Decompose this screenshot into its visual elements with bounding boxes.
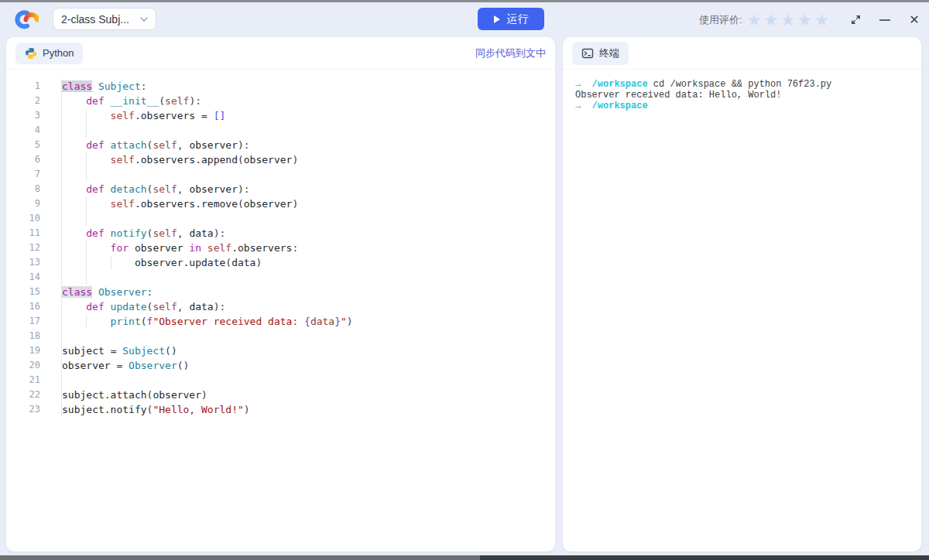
code-text: for observer in self.observers: [61,241,298,255]
line-number: 21 [12,373,40,388]
code-line[interactable]: 14 [12,270,549,285]
code-line[interactable]: 6 self.observers.append(observer) [12,152,549,167]
code-text: subject = Subject() [61,343,177,358]
code-text: observer = Observer() [61,358,189,373]
minimize-button[interactable] [878,13,892,27]
code-text: def attach(self, observer): [61,138,250,152]
code-line[interactable]: 4 [12,123,549,138]
line-number: 15 [12,285,40,299]
document-selector-dropdown[interactable]: 2-class Subj... [53,8,156,30]
rating-label: 使用评价: [699,13,742,27]
code-line[interactable]: 16 def update(self, data): [12,299,549,314]
star-icon[interactable]: ★ [814,12,829,28]
line-number: 18 [12,329,40,343]
code-text: subject.notify("Hello, World!") [61,402,250,417]
run-button[interactable]: 运行 [478,8,544,30]
code-line[interactable]: 20observer = Observer() [12,358,549,373]
line-number: 7 [12,167,40,182]
terminal-line: Observer received data: Hello, World! [575,90,909,101]
editor-panel-header: Python 同步代码到文中 [6,37,555,70]
window-bottom-border [0,555,929,560]
tab-terminal[interactable]: 终端 [572,42,629,65]
code-text: subject.attach(observer) [61,388,207,402]
close-icon: ✕ [909,14,919,26]
app-logo-icon [11,8,39,34]
code-line[interactable]: 11 def notify(self, data): [12,226,549,241]
line-number: 3 [12,108,40,123]
code-line[interactable]: 23subject.notify("Hello, World!") [12,402,549,417]
code-line[interactable]: 12 for observer in self.observers: [12,241,549,255]
line-number: 6 [12,152,40,167]
star-icon[interactable]: ★ [797,12,812,28]
expand-icon[interactable] [848,13,862,27]
line-number: 10 [12,211,40,226]
line-number: 1 [12,79,40,94]
line-number: 8 [12,182,40,196]
code-text [61,211,111,226]
window-controls: ✕ [848,2,921,37]
line-number: 2 [12,94,40,108]
run-button-label: 运行 [507,12,529,26]
code-line[interactable]: 1class Subject: [12,79,549,94]
line-number: 13 [12,255,40,270]
code-line[interactable]: 13 observer.update(data) [12,255,549,270]
sync-code-link[interactable]: 同步代码到文中 [475,46,546,60]
app-header: 2-class Subj... 运行 使用评价: ★★★★★ ✕ [0,2,929,37]
code-text [61,373,62,388]
terminal-icon [581,47,594,60]
usage-rating: 使用评价: ★★★★★ [699,2,829,37]
code-text: self.observers = [] [61,108,225,123]
code-line[interactable]: 9 self.observers.remove(observer) [12,196,549,211]
star-icon[interactable]: ★ [780,12,795,28]
line-number: 23 [12,402,40,417]
close-button[interactable]: ✕ [907,13,921,27]
code-text: class Subject: [61,79,147,94]
code-text: def detach(self, observer): [61,182,250,196]
code-editor-panel: Python 同步代码到文中 1class Subject:2 def __in… [6,37,555,551]
terminal-output[interactable]: → /workspace cd /workspace && python 76f… [563,70,921,121]
star-icon[interactable]: ★ [747,12,762,28]
line-number: 22 [12,388,40,402]
code-text: observer.update(data) [61,255,262,270]
code-text: self.observers.remove(observer) [61,196,298,211]
code-text [61,329,62,343]
minimize-icon [879,19,890,21]
tab-python[interactable]: Python [15,43,83,64]
line-number: 4 [12,123,40,138]
line-number: 19 [12,343,40,358]
code-line[interactable]: 2 def __init__(self): [12,94,549,108]
line-number: 9 [12,196,40,211]
code-line[interactable]: 17 print(f"Observer received data: {data… [12,314,549,329]
document-selector-label: 2-class Subj... [61,13,129,26]
terminal-panel: 终端 → /workspace cd /workspace && python … [563,37,921,551]
code-editor[interactable]: 1class Subject:2 def __init__(self):3 se… [6,70,555,417]
rating-stars: ★★★★★ [747,12,829,28]
code-text: def __init__(self): [61,94,201,108]
code-line[interactable]: 19subject = Subject() [12,343,549,358]
code-line[interactable]: 8 def detach(self, observer): [12,182,549,196]
code-text [61,167,111,182]
code-line[interactable]: 7 [12,167,549,182]
code-text: def notify(self, data): [61,226,225,241]
code-text: self.observers.append(observer) [61,152,298,167]
chevron-down-icon [140,17,148,22]
code-line[interactable]: 10 [12,211,549,226]
code-line[interactable]: 5 def attach(self, observer): [12,138,549,152]
terminal-panel-header: 终端 [563,37,921,70]
code-line[interactable]: 21 [12,373,549,388]
code-line[interactable]: 22subject.attach(observer) [12,388,549,402]
code-line[interactable]: 15class Observer: [12,285,549,299]
terminal-line: → /workspace [575,101,909,111]
python-icon [25,47,37,60]
code-text: class Observer: [61,285,153,299]
code-line[interactable]: 18 [12,329,549,343]
star-icon[interactable]: ★ [763,12,778,28]
code-text: def update(self, data): [61,299,225,314]
code-text: print(f"Observer received data: {data}") [61,314,353,329]
line-number: 11 [12,226,40,241]
line-number: 12 [12,241,40,255]
code-line[interactable]: 3 self.observers = [] [12,108,549,123]
tab-terminal-label: 终端 [599,46,619,60]
line-number: 14 [12,270,40,285]
line-number: 20 [12,358,40,373]
